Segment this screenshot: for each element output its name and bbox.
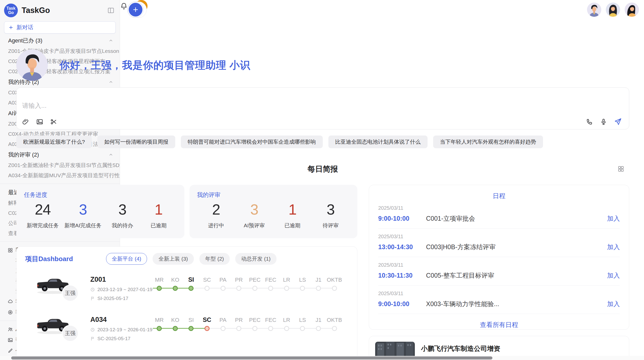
people-icon	[8, 327, 13, 332]
milestone-dot	[236, 286, 241, 291]
milestone-label: SI	[188, 314, 194, 323]
milestone-step: SI	[183, 314, 199, 352]
milestone-step: PEC	[247, 274, 263, 312]
milestone-label: PA	[219, 274, 227, 283]
chat-input[interactable]	[17, 88, 629, 114]
milestone-step: OKTB	[326, 314, 342, 352]
milestone-step: FEC	[263, 274, 279, 312]
milestone-timeline: MR KO SI SC PA PR PEC FEC	[151, 274, 342, 312]
image-icon	[8, 337, 13, 343]
join-link[interactable]: 加入	[607, 243, 620, 251]
milestone-label: SI	[188, 274, 194, 283]
phone-icon[interactable]	[586, 118, 593, 125]
milestone-label: SC	[203, 314, 211, 323]
project-info: A034 2023-12-19 ~ 2026-01-19 SC-2025-05-…	[90, 314, 151, 352]
milestone-label: SC	[203, 274, 211, 283]
filter-pill[interactable]: 动总开发 (1)	[235, 253, 276, 265]
stat-value: 3	[239, 201, 270, 218]
milestone-label: FEC	[265, 274, 276, 283]
avatar-1[interactable]	[587, 3, 601, 17]
project-row[interactable]: 王强 A034 2023-12-19 ~ 2026-01-19 SC-2025-…	[17, 314, 357, 352]
schedule-title-text: C001-立项审批会	[426, 214, 604, 223]
project-media: 王强	[32, 274, 80, 312]
plus-icon	[8, 25, 13, 30]
milestone-dot	[157, 286, 162, 291]
join-link[interactable]: 加入	[607, 300, 620, 308]
milestone-label: OKTB	[327, 274, 342, 283]
milestone-label: PA	[219, 314, 227, 323]
join-link[interactable]: 加入	[607, 214, 620, 223]
milestone-step: KO	[167, 314, 183, 352]
filter-pill[interactable]: 全新平台 (4)	[106, 253, 147, 265]
view-all-schedule-link[interactable]: 查看所有日程	[378, 321, 620, 329]
suggestion-chip[interactable]: 当下年轻人对汽车外观有怎样的喜好趋势	[433, 136, 543, 148]
milestone-label: OKTB	[327, 314, 342, 323]
milestone-label: LS	[299, 314, 306, 323]
project-flag: SI-2025-05-17	[90, 296, 151, 301]
schedule-time: 9:00-10:00	[378, 300, 426, 308]
milestone-label: FEC	[265, 314, 276, 323]
milestone-step: SC	[199, 314, 215, 352]
stat-value: 3	[64, 201, 101, 218]
suggestion-chip[interactable]: 比亚迪全固态电池计划具体说了什么	[328, 136, 428, 148]
stat-label: 新增AI完成任务	[64, 222, 101, 229]
suggestion-chip[interactable]: 如何写一份清晰的项目周报	[97, 136, 175, 148]
stat-label: 已逾期	[143, 222, 174, 229]
stat: 3 待评审	[315, 201, 346, 229]
milestone-dot	[157, 326, 162, 331]
suggestion-chip[interactable]: 特朗普可能对进口汽车增税会对中国车企造成哪些影响	[181, 136, 323, 148]
filter-pill[interactable]: 全新上装 (3)	[153, 253, 194, 265]
scrollbar-thumb[interactable]	[11, 356, 492, 359]
app-root: Task Go TaskGo 新对话 Agent已办 (3) Z001-全新燃油…	[0, 0, 644, 360]
right-column: 日程 2025/03/11 9:00-10:00 C001-立项审批会 加入 2…	[369, 185, 629, 360]
schedule-entry: 2025/03/11 9:00-10:00 X003-车辆动力学性能验... 加…	[378, 286, 620, 314]
milestone-dot	[252, 286, 257, 291]
milestone-dot	[268, 286, 273, 291]
daily-briefing-header: 每日简报	[16, 164, 629, 175]
stat-value: 3	[315, 201, 346, 218]
image-icon[interactable]	[36, 118, 43, 125]
briefing-columns: 任务进度 24 新增完成任务 3 新增AI完成任务 3 我的待办 1 已逾期	[16, 185, 629, 360]
milestone-step: PR	[231, 314, 247, 352]
avatar-3[interactable]	[625, 3, 639, 17]
milestone-label: PEC	[249, 274, 260, 283]
milestone-dot	[332, 286, 337, 291]
project-info: Z001 2023-12-19 ~ 2027-01-19 SI-2025-05-…	[90, 274, 151, 312]
app-logo: Task Go	[4, 4, 18, 17]
scissors-icon[interactable]	[50, 118, 57, 125]
stat-card: 我的评审 2 进行中 3 AI预评审 1 已逾期 3 待评审	[189, 185, 358, 238]
plus-icon	[132, 6, 139, 13]
project-row[interactable]: 王强 Z001 2023-12-19 ~ 2027-01-19 SI-2025-…	[17, 274, 357, 312]
join-link[interactable]: 加入	[607, 271, 620, 280]
horizontal-scrollbar	[0, 356, 644, 360]
milestone-step: PEC	[247, 314, 263, 352]
milestone-step: PA	[215, 274, 231, 312]
schedule-date: 2025/03/11	[378, 291, 620, 296]
grid-icon	[8, 248, 13, 253]
stat: 3 新增AI完成任务	[64, 201, 101, 229]
mic-icon[interactable]	[600, 118, 607, 125]
milestone-dot	[173, 326, 178, 331]
milestone-step: KO	[167, 274, 183, 312]
suggestion-chip[interactable]: 欧洲新规最近颁布了什么?	[16, 136, 92, 148]
milestone-step: SC	[199, 274, 215, 312]
project-media: 王强	[32, 314, 80, 352]
owner-avatar: 王强	[62, 325, 79, 342]
send-icon[interactable]	[614, 118, 622, 126]
milestone-step: PR	[231, 274, 247, 312]
project-code: Z001	[90, 276, 151, 283]
schedule-time: 10:30-11:30	[378, 272, 426, 279]
milestone-step: LS	[295, 314, 311, 352]
schedule-title-text: C003|H0B-方案冻结评审	[426, 243, 604, 251]
stat-label: AI预评审	[239, 222, 270, 229]
stat-card: 任务进度 24 新增完成任务 3 新增AI完成任务 3 我的待办 1 已逾期	[16, 185, 184, 238]
composer	[16, 87, 629, 129]
filter-pill[interactable]: 年型 (2)	[199, 253, 230, 265]
add-assistant-button[interactable]	[129, 3, 142, 17]
milestone-dot	[300, 326, 305, 331]
stat-card-title: 任务进度	[24, 191, 177, 199]
avatar-2[interactable]	[606, 3, 620, 17]
layout-grid-icon[interactable]	[618, 166, 624, 172]
top-bar	[127, 1, 639, 18]
paperclip-icon[interactable]	[22, 118, 29, 125]
